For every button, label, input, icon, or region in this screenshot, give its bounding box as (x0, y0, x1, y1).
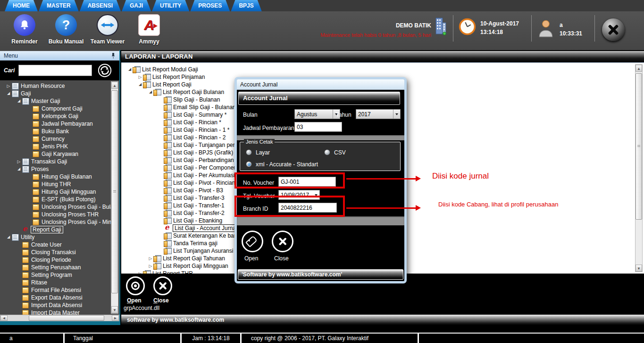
report-icon (164, 157, 171, 163)
tree-item-human-resource[interactable]: Human Resource (0, 82, 119, 90)
dialog-close-button[interactable] (272, 231, 293, 252)
sidebar-hscrollbar[interactable]: ◄ ► (0, 315, 119, 321)
collapsed-arrow-icon[interactable] (137, 270, 143, 274)
reminder-button[interactable]: Reminder (4, 14, 45, 45)
cards-icon (11, 83, 19, 89)
tree-item-component-gaji[interactable]: Component Gaji (0, 105, 119, 112)
ammyy-button[interactable]: A Ammyy (128, 14, 170, 45)
tab-bpjs[interactable]: BPJS (231, 0, 261, 11)
tree-item-import-data-absensi[interactable]: Import Data Absensi (0, 301, 119, 309)
close-button[interactable] (153, 276, 172, 295)
expanded-arrow-icon[interactable] (16, 97, 22, 105)
tree-item-label: Surat Keterangan Ke bank (173, 232, 240, 239)
tree-item-export-data-absensi[interactable]: Export Data Absensi (0, 294, 119, 301)
expanded-arrow-icon[interactable] (127, 66, 133, 73)
cards-icon (22, 158, 29, 165)
scroll-left-icon[interactable]: ◄ (0, 315, 8, 321)
dialog-titlebar[interactable]: Account Jurnal (237, 79, 404, 90)
tahun-select[interactable]: 2017 (356, 109, 401, 119)
tree-item-hitung-gaji-mingguan[interactable]: Hitung Gaji Mingguan (0, 188, 119, 196)
tree-item-unclosing-proses-thr[interactable]: Unclosing Proses THR (0, 211, 119, 218)
statusbar: a Tanggal Jam : 13:14:18 copy right @ 20… (0, 333, 644, 343)
tree-item-hitung-thr[interactable]: Hitung THR (0, 180, 119, 188)
team-viewer-button[interactable]: Team Viewer (87, 14, 128, 45)
expanded-arrow-icon[interactable] (6, 90, 11, 97)
jadwal-input[interactable] (294, 122, 342, 132)
expanded-arrow-icon[interactable] (6, 233, 11, 241)
scrollbar-thumb[interactable] (111, 90, 118, 293)
tree-item-setting-perusahaan[interactable]: Setting Perusahaan (0, 264, 119, 271)
scroll-up-icon[interactable]: ▲ (111, 82, 118, 89)
close-app-button[interactable] (602, 18, 625, 41)
tree-item-setting-program[interactable]: Setting Program (0, 271, 119, 279)
tree-item-label: Hitung THR (42, 181, 71, 188)
tree-item-currency[interactable]: Currency (0, 135, 119, 143)
tree-item-master-gaji[interactable]: Master Gaji (0, 97, 119, 105)
collapsed-arrow-icon[interactable] (148, 255, 153, 262)
tree-item-buku-bank[interactable]: Buku Bank (0, 128, 119, 135)
main-scrollbar[interactable]: ▲ ▼ (635, 64, 643, 272)
collapsed-arrow-icon[interactable] (148, 262, 153, 270)
tree-item-label: List Gaji - Pivot - B3 (173, 187, 223, 194)
tab-utility[interactable]: UTILITY (152, 0, 189, 11)
expanded-arrow-icon[interactable] (16, 165, 22, 173)
radio-layar-label: Layar (256, 149, 270, 156)
sidebar-scrollbar[interactable]: ▲ ▼ (111, 81, 118, 314)
tab-absensi[interactable]: ABSENSI (80, 0, 121, 11)
tree-item-create-user[interactable]: Create User (0, 241, 119, 249)
report-icon (164, 142, 171, 148)
tree-item-gaji-karyawan[interactable]: Gaji Karyawan (0, 150, 119, 158)
tree-item-format-file-absensi[interactable]: Format File Absensi (0, 286, 119, 294)
tab-master[interactable]: MASTER (39, 0, 79, 11)
tree-item-closing-periode[interactable]: Closing Periode (0, 256, 119, 264)
tree-item-proses[interactable]: Proses (0, 165, 119, 173)
folder-icon (32, 143, 40, 150)
tree-item-unclosing-proses-gaji-bula[interactable]: Unclosing Proses Gaji - Bula (0, 203, 119, 211)
search-input[interactable] (18, 65, 92, 76)
tab-proses[interactable]: PROSES (190, 0, 230, 11)
tree-item-jenis-phk[interactable]: Jenis PHK (0, 143, 119, 150)
scroll-right-icon[interactable]: ► (112, 315, 119, 321)
tree-item-gaji[interactable]: Gaji (0, 90, 119, 97)
tree-item-import-data-master[interactable]: Import Data Master (0, 309, 119, 315)
dialog-close-label: Close (274, 255, 289, 262)
radio-csv[interactable] (324, 149, 330, 155)
tree-item-kelompok-gaji[interactable]: Kelompok Gaji (0, 112, 119, 120)
pin-icon[interactable] (110, 52, 117, 59)
bulan-select[interactable]: Agustus (294, 109, 340, 119)
scroll-down-icon[interactable]: ▼ (636, 265, 642, 272)
collapsed-arrow-icon[interactable] (6, 82, 11, 90)
tree-item-closing-transaksi[interactable]: Closing Transaksi (0, 249, 119, 256)
expanded-arrow-icon[interactable] (148, 88, 153, 96)
tree-item-label: List Report Gaji Bulanan (163, 89, 224, 95)
folder-icon (22, 309, 29, 315)
tab-gaji[interactable]: GAJI (122, 0, 151, 11)
scrollbar-thumb[interactable] (29, 315, 104, 321)
tree-item-report-gaji[interactable]: Report Gaji (0, 226, 119, 233)
scrollbar-thumb[interactable] (636, 73, 642, 220)
scroll-up-icon[interactable]: ▲ (636, 65, 642, 72)
tree-item-jadwal-pembayaran[interactable]: Jadwal Pembayaran (0, 120, 119, 128)
buku-manual-button[interactable]: ? Buku Manual (45, 14, 87, 45)
refresh-icon[interactable] (97, 62, 113, 78)
collapsed-arrow-icon[interactable] (137, 73, 143, 81)
radio-xml-accurate[interactable] (246, 161, 252, 167)
collapsed-arrow-icon[interactable] (16, 158, 22, 165)
expanded-arrow-icon[interactable] (137, 81, 143, 88)
scroll-down-icon[interactable]: ▼ (111, 306, 118, 313)
tree-item-label: Hitung Gaji Mingguan (42, 189, 96, 195)
sidebar-title: Menu (0, 51, 119, 60)
radio-layar[interactable] (246, 149, 252, 155)
tab-home[interactable]: HOME (5, 0, 38, 11)
dialog-open-button[interactable] (242, 231, 263, 252)
tree-item-e-spt-bukti-potong[interactable]: E-SPT (Bukti Potong) (0, 196, 119, 203)
open-button[interactable] (126, 276, 145, 295)
tree-item-label: Import Data Master (31, 309, 80, 315)
tree-item-unclosing-proses-gaji-ming[interactable]: Unclosing Proses Gaji - Ming (0, 218, 119, 226)
tree-item-list-report-modul-gaji[interactable]: List Report Modul Gaji (121, 66, 644, 73)
tree-item-hitung-gaji-bulanan[interactable]: Hitung Gaji Bulanan (0, 173, 119, 180)
tree-item-transaksi-gaji[interactable]: Transaksi Gaji (0, 158, 119, 165)
tree-item-utility[interactable]: Utility (0, 233, 119, 241)
tree-item-label: Utility (21, 234, 34, 240)
tree-item-ritase[interactable]: Ritase (0, 279, 119, 286)
